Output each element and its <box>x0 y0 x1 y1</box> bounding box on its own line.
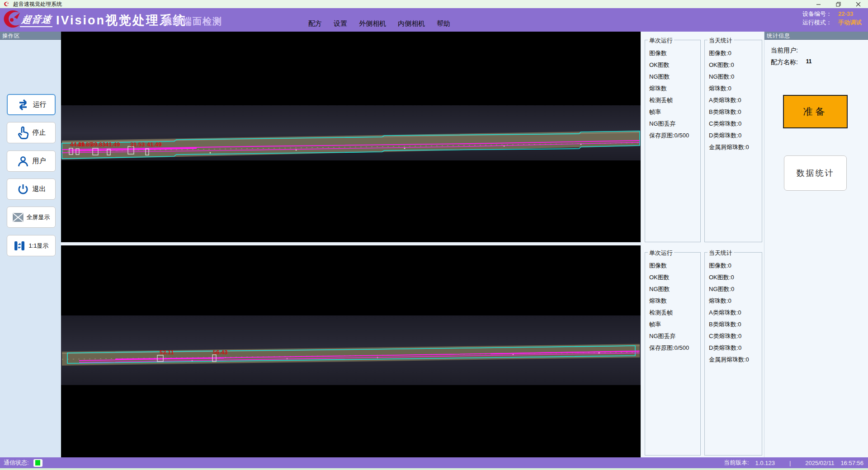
stat-row: OK图数 <box>645 59 700 71</box>
stat-row: 图像数 <box>645 260 700 272</box>
stat-row: OK图数 <box>645 272 700 283</box>
one-to-one-button[interactable]: 1:1显示 <box>7 235 56 256</box>
recipe-name-label: 配方名称: <box>771 58 798 66</box>
exit-button[interactable]: 退出 <box>7 179 56 200</box>
device-info: 设备编号： 22-33 运行模式： 手动调试 <box>802 10 862 26</box>
single-run-groupbox: 单次运行图像数OK图数NG图数熔珠数检测丢帧帧率NG图丢弃保存原图:0/500 <box>645 252 701 456</box>
minimize-icon <box>816 2 821 7</box>
app-window: 超音速视觉处理系统 超音速 IVision视觉处理系统 熔珠端面检测 配方 设置… <box>0 0 868 470</box>
app-logo-icon <box>4 1 9 7</box>
brand-swoosh-icon <box>2 9 23 31</box>
menu-item-recipe[interactable]: 配方 <box>308 19 322 28</box>
version-label: 当前版本: <box>724 459 749 467</box>
stat-row: NG图数:0 <box>705 71 762 83</box>
menu-item-inner-camera[interactable]: 内侧相机 <box>398 19 425 28</box>
statistics-info-caption: 统计信息 <box>764 32 868 40</box>
statistics-info-panel: 统计信息 当前用户: 配方名称: 11 准备 数据统计 <box>764 32 868 457</box>
version-value: 1.0.123 <box>755 460 775 466</box>
stat-row: 图像数 <box>645 47 700 59</box>
restore-icon <box>836 2 841 7</box>
close-button[interactable] <box>848 0 868 8</box>
stat-row: 熔珠数:0 <box>705 83 762 94</box>
ready-button[interactable]: 准备 <box>783 95 848 128</box>
stat-row: OK图数:0 <box>705 272 762 283</box>
status-bar: 通信状态: 当前版本: 1.0.123 | 2025/02/11 16:57:5… <box>0 457 868 468</box>
stat-row: NG图数 <box>645 71 700 83</box>
comm-status-label: 通信状态: <box>4 459 29 467</box>
main-menu: 配方 设置 外侧相机 内侧相机 帮助 <box>308 8 450 32</box>
stat-row: 金属屑熔珠数:0 <box>705 354 762 366</box>
stat-row: 保存原图:0/500 <box>645 130 700 141</box>
device-number-value: 22-33 <box>838 10 862 18</box>
stat-row: C类熔珠数:0 <box>705 330 762 342</box>
one-to-one-icon <box>14 240 25 252</box>
stat-row: 图像数:0 <box>705 47 762 59</box>
recipe-name-row: 配方名称: 11 <box>771 58 811 66</box>
menu-item-help[interactable]: 帮助 <box>437 19 450 28</box>
status-date: 2025/02/11 <box>805 460 834 466</box>
current-user-label: 当前用户: <box>771 47 798 54</box>
window-bottom-edge <box>0 468 868 470</box>
stat-row: A类熔珠数:0 <box>705 307 762 319</box>
stop-button-label: 停止 <box>33 128 46 137</box>
measurement-label: 31.53 <box>130 141 145 148</box>
user-icon <box>17 155 29 168</box>
stat-row: 检测丢帧 <box>645 307 700 319</box>
run-mode-label: 运行模式： <box>802 19 832 26</box>
app-subtitle: 熔珠端面检测 <box>163 15 222 28</box>
menu-item-settings[interactable]: 设置 <box>334 19 347 28</box>
operation-sidebar: 操作区 运行 停止 用户 <box>0 32 61 457</box>
measurement-label: 39.83 <box>91 141 106 148</box>
groupbox-title: 单次运行 <box>648 249 674 257</box>
run-mode-value: 手动调试 <box>838 19 862 26</box>
groupbox-title: 当天统计 <box>708 37 734 45</box>
outer-camera-image: 44.3941.8539.8341.4931.5341.49 <box>61 32 641 242</box>
main-area: 操作区 运行 停止 用户 <box>0 32 868 457</box>
menu-item-outer-camera[interactable]: 外侧相机 <box>359 19 386 28</box>
minimize-button[interactable] <box>808 0 828 8</box>
comm-status-indicator <box>33 459 42 467</box>
recipe-name-value: 11 <box>806 58 812 65</box>
statistics-column: 单次运行图像数OK图数NG图数熔珠数检测丢帧帧率NG图丢弃保存原图:0/500当… <box>641 32 764 457</box>
groupbox-title: 当天统计 <box>708 249 734 257</box>
window-title: 超音速视觉处理系统 <box>13 0 62 8</box>
camera-view-area: 44.3941.8539.8341.4931.5341.49 <box>61 32 641 457</box>
stop-button[interactable]: 停止 <box>7 122 56 143</box>
stat-row: 金属屑熔珠数:0 <box>705 141 762 153</box>
fullscreen-button-label: 全屏显示 <box>27 213 50 221</box>
titlebar: 超音速视觉处理系统 <box>0 0 868 8</box>
measurement-label: 53.11 <box>160 349 174 356</box>
stat-row: 熔珠数 <box>645 295 700 307</box>
user-button-label: 用户 <box>33 157 46 165</box>
stat-row: 帧率 <box>645 319 700 330</box>
single-run-groupbox: 单次运行图像数OK图数NG图数熔珠数检测丢帧帧率NG图丢弃保存原图:0/500 <box>645 40 701 242</box>
run-button[interactable]: 运行 <box>7 94 56 115</box>
stat-row: C类熔珠数:0 <box>705 118 762 130</box>
measurement-label: 41.49 <box>105 141 120 148</box>
stat-row: A类熔珠数:0 <box>705 94 762 106</box>
stat-row: B类熔珠数:0 <box>705 106 762 118</box>
exit-button-label: 退出 <box>33 185 46 193</box>
outer-camera-stats-section: 单次运行图像数OK图数NG图数熔珠数检测丢帧帧率NG图丢弃保存原图:0/500当… <box>641 40 764 242</box>
fullscreen-button[interactable]: 全屏显示 <box>7 207 56 228</box>
power-icon <box>17 183 29 196</box>
close-icon <box>856 2 861 7</box>
stat-row: 熔珠数:0 <box>705 295 762 307</box>
app-header: 超音速 IVision视觉处理系统 熔珠端面检测 配方 设置 外侧相机 内侧相机… <box>0 8 868 32</box>
measurement-label: 41.85 <box>78 141 93 148</box>
measurement-label: 56.43 <box>213 349 228 356</box>
window-controls <box>808 0 868 8</box>
stat-row: OK图数:0 <box>705 59 762 71</box>
data-statistics-button[interactable]: 数据统计 <box>784 155 847 191</box>
stat-row: 熔珠数 <box>645 83 700 94</box>
status-bar-right: 当前版本: 1.0.123 | 2025/02/11 16:57:56 <box>724 459 863 467</box>
user-button[interactable]: 用户 <box>7 150 56 172</box>
inner-camera-stats-section: 单次运行图像数OK图数NG图数熔珠数检测丢帧帧率NG图丢弃保存原图:0/500当… <box>641 252 764 456</box>
stat-row: 检测丢帧 <box>645 94 700 106</box>
stat-row: 图像数:0 <box>705 260 762 272</box>
restore-button[interactable] <box>828 0 848 8</box>
daily-stats-groupbox: 当天统计图像数:0OK图数:0NG图数:0熔珠数:0A类熔珠数:0B类熔珠数:0… <box>704 40 762 242</box>
measurement-label: 41.49 <box>147 141 162 148</box>
status-time: 16:57:56 <box>840 460 863 466</box>
stat-row: NG图数 <box>645 283 700 295</box>
